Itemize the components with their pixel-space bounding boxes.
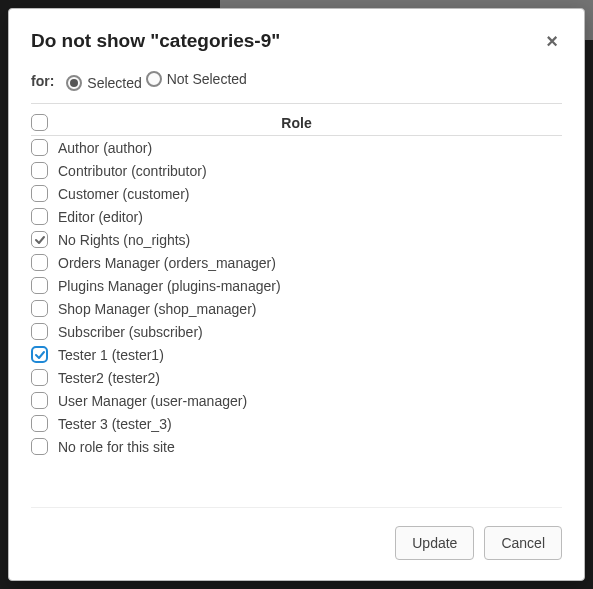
dialog-title: Do not show "categories-9" [31,30,280,52]
role-checkbox[interactable] [31,392,48,409]
update-button[interactable]: Update [395,526,474,560]
role-checkbox[interactable] [31,323,48,340]
role-label: Contributor (contributor) [58,163,207,179]
role-checkbox[interactable] [31,162,48,179]
table-row: Tester 1 (tester1) [31,343,562,366]
table-row: No role for this site [31,435,562,458]
role-label: Tester 1 (tester1) [58,347,164,363]
table-row: Editor (editor) [31,205,562,228]
role-label: Tester 3 (tester_3) [58,416,172,432]
role-checkbox[interactable] [31,185,48,202]
close-icon[interactable]: × [542,29,562,53]
table-row: User Manager (user-manager) [31,389,562,412]
filter-label: for: [31,73,54,89]
role-label: Customer (customer) [58,186,189,202]
role-label: Orders Manager (orders_manager) [58,255,276,271]
role-label: No Rights (no_rights) [58,232,190,248]
filter-radio-not-selected[interactable]: Not Selected [146,71,247,87]
table-row: Orders Manager (orders_manager) [31,251,562,274]
role-column-header: Role [59,115,562,131]
role-checkbox[interactable] [31,139,48,156]
table-row: Contributor (contributor) [31,159,562,182]
radio-label: Selected [87,75,141,91]
dialog: Do not show "categories-9" × for: Select… [8,8,585,581]
dialog-header: Do not show "categories-9" × [31,29,562,53]
radio-icon [66,75,82,91]
role-checkbox[interactable] [31,300,48,317]
table-row: Subscriber (subscriber) [31,320,562,343]
role-checkbox[interactable] [31,415,48,432]
role-label: Tester2 (tester2) [58,370,160,386]
role-label: Plugins Manager (plugins-manager) [58,278,281,294]
filter-row: for: Selected Not Selected [31,71,562,104]
role-checkbox[interactable] [31,438,48,455]
role-checkbox[interactable] [31,208,48,225]
role-table: Role Author (author)Contributor (contrib… [31,110,562,499]
radio-icon [146,71,162,87]
role-label: Subscriber (subscriber) [58,324,203,340]
radio-label: Not Selected [167,71,247,87]
table-row: Tester 3 (tester_3) [31,412,562,435]
table-row: Customer (customer) [31,182,562,205]
table-row: Tester2 (tester2) [31,366,562,389]
role-checkbox[interactable] [31,231,48,248]
role-table-header: Role [31,110,562,136]
role-checkbox[interactable] [31,346,48,363]
role-checkbox[interactable] [31,254,48,271]
select-all-checkbox[interactable] [31,114,48,131]
dialog-footer: Update Cancel [31,507,562,560]
role-label: User Manager (user-manager) [58,393,247,409]
role-label: Shop Manager (shop_manager) [58,301,256,317]
filter-radio-selected[interactable]: Selected [66,75,141,91]
role-label: No role for this site [58,439,175,455]
table-row: No Rights (no_rights) [31,228,562,251]
role-label: Editor (editor) [58,209,143,225]
cancel-button[interactable]: Cancel [484,526,562,560]
role-checkbox[interactable] [31,369,48,386]
table-row: Plugins Manager (plugins-manager) [31,274,562,297]
table-row: Author (author) [31,136,562,159]
table-row: Shop Manager (shop_manager) [31,297,562,320]
role-checkbox[interactable] [31,277,48,294]
role-label: Author (author) [58,140,152,156]
